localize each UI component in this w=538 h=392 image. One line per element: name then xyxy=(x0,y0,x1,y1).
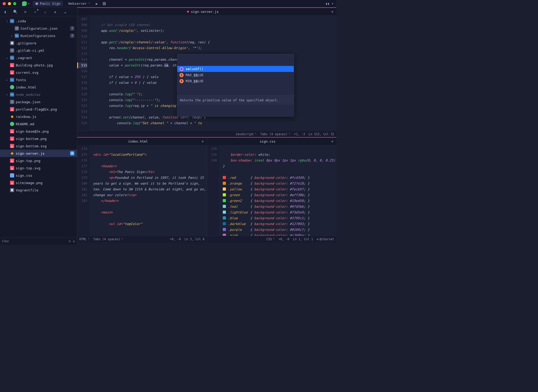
new-tab-button[interactable]: + xyxy=(199,139,207,144)
tab-index-html[interactable]: index.html xyxy=(77,139,199,143)
run-button[interactable]: ▶ xyxy=(96,2,98,6)
tree-item[interactable]: Vagrantfile xyxy=(0,186,77,194)
indent-selector[interactable]: Tabs (4 spaces) ⌃ xyxy=(93,237,123,241)
svg-rect-3 xyxy=(11,42,13,44)
tree-item[interactable]: .gitlab-ci.yml xyxy=(0,47,77,54)
cursor-pos[interactable]: Ln 3, Col 8 xyxy=(184,237,204,241)
tree-item[interactable]: RunConfigurations? xyxy=(0,32,77,39)
project-selector[interactable]: Panic Sign xyxy=(33,1,63,6)
diff-status: +0, -0 xyxy=(278,237,289,241)
img-icon xyxy=(10,159,14,163)
svg-point-17 xyxy=(11,138,12,139)
stop-button[interactable] xyxy=(103,2,106,5)
panel-icon[interactable]: ▮▮ ▾ xyxy=(325,2,334,6)
indent-selector[interactable]: Tabs (4 spaces) ⌃ xyxy=(260,132,291,136)
zoom-window[interactable] xyxy=(13,2,16,5)
tab-sign-css[interactable]: sign.css xyxy=(207,139,329,143)
filter-input[interactable] xyxy=(2,239,66,243)
lang-selector[interactable]: CSS ⌃ xyxy=(266,237,275,241)
new-tab-button[interactable]: + xyxy=(328,139,336,144)
scm-status-badge: ? xyxy=(70,34,74,38)
tree-item[interactable]: 🔶sign-server.jsM xyxy=(0,150,77,157)
scheme-selector[interactable]: Webserver ⌃ xyxy=(66,1,92,6)
tab-sign-server[interactable]: sign-server.js xyxy=(77,10,328,14)
tree-item[interactable]: sign-base@2x.png xyxy=(0,128,77,135)
search-icon[interactable]: 🔍 xyxy=(13,10,17,14)
tree-item[interactable]: siteimage.png xyxy=(0,179,77,186)
debug-icon[interactable]: ◈ xyxy=(53,10,57,14)
svg-point-9 xyxy=(11,72,12,72)
filter-settings-icon[interactable]: ⚙ xyxy=(69,239,71,243)
html-icon xyxy=(10,85,14,89)
tree-item-label: current.svg xyxy=(16,71,38,75)
svg-point-13 xyxy=(11,108,12,109)
tree-item[interactable]: Building-photo.jpg xyxy=(0,61,77,69)
cloud-icon[interactable]: ☁ xyxy=(63,10,67,14)
html-icon xyxy=(10,122,14,126)
scm-icon[interactable]: ✳ xyxy=(33,10,37,14)
tree-item[interactable]: fonts xyxy=(0,76,77,83)
img-icon xyxy=(10,181,14,185)
diff-status: +0, -0 xyxy=(170,237,181,241)
svg-point-7 xyxy=(11,64,12,65)
js-icon: 🔶 xyxy=(10,151,14,155)
files-tab-icon[interactable]: ▮ xyxy=(3,10,7,14)
svg-point-15 xyxy=(11,130,12,131)
tree-item[interactable]: node_modules xyxy=(0,91,77,98)
autocomplete-item[interactable]: mvalueOf() xyxy=(177,66,294,72)
folder-icon xyxy=(15,34,19,38)
tree-item[interactable]: Configuration.json? xyxy=(0,25,77,32)
close-window[interactable] xyxy=(3,2,6,5)
tree-item-label: .vagrant xyxy=(16,56,32,60)
tree-item-label: siteimage.png xyxy=(16,181,43,185)
img-icon xyxy=(10,137,14,141)
editor-main[interactable]: 5075085095105115125135145155165175185195… xyxy=(77,15,336,131)
tree-item[interactable]: .gitignore xyxy=(0,39,77,47)
cursor-pos[interactable]: Ln 515, Col 32 xyxy=(309,132,334,136)
kind-icon: k xyxy=(179,73,184,77)
issues-icon[interactable]: ⚠ xyxy=(43,10,47,14)
encoding[interactable]: ≡ @charset xyxy=(317,237,334,241)
img-icon xyxy=(10,166,14,170)
autocomplete-item[interactable]: kMAX_VALUE xyxy=(177,72,294,78)
lang-selector[interactable]: JavaScript ⌃ xyxy=(236,132,257,136)
kind-icon: k xyxy=(179,79,184,83)
cursor-pos[interactable]: Ln 1, Col 1 xyxy=(293,237,313,241)
file-icon xyxy=(10,188,14,192)
tree-item[interactable]: README.md xyxy=(0,120,77,128)
img-icon xyxy=(10,70,14,75)
autocomplete-doc: Returns the primitive value of the speci… xyxy=(177,96,294,105)
tree-item[interactable]: sign.css xyxy=(0,172,77,179)
tree-item[interactable]: 🔶rainbow.js xyxy=(0,113,77,120)
tree-item-label: portland-flag@2x.png xyxy=(16,107,57,111)
diff-status: +1, -3 xyxy=(294,132,305,136)
tree-item[interactable]: sign-top.png xyxy=(0,157,77,164)
autocomplete-popup[interactable]: mvalueOf()kMAX_VALUEkMIN_VALUE Returns t… xyxy=(177,54,294,117)
minimize-window[interactable] xyxy=(8,2,11,5)
tree-item-label: README.md xyxy=(16,122,34,126)
svg-rect-26 xyxy=(11,189,13,191)
tree-item[interactable]: sign-bottom.svg xyxy=(0,142,77,150)
autocomplete-item[interactable]: kMIN_VALUE xyxy=(177,78,294,84)
tree-item[interactable]: current.svg xyxy=(0,69,77,76)
img-icon xyxy=(10,144,14,148)
folder-icon xyxy=(10,92,14,97)
folder-icon xyxy=(10,56,14,60)
filter-prefs-icon[interactable]: ◈ xyxy=(73,239,75,243)
file-tree[interactable]: .codaConfiguration.json?RunConfiguration… xyxy=(0,16,77,237)
tree-item[interactable]: .coda xyxy=(0,17,77,25)
tree-item[interactable]: sign-top.svg xyxy=(0,164,77,172)
tree-item-label: index.html xyxy=(16,85,36,89)
tree-item[interactable]: package.json xyxy=(0,98,77,106)
scm-status-badge: M xyxy=(70,151,74,155)
tree-item-label: .coda xyxy=(16,19,26,23)
new-tab-button[interactable]: + xyxy=(328,9,336,14)
tree-item[interactable]: portland-flag@2x.png xyxy=(0,106,77,113)
tree-item[interactable]: index.html xyxy=(0,83,77,91)
symbols-icon[interactable]: ≡ xyxy=(23,10,27,14)
lang-selector[interactable]: HTML ⌃ xyxy=(79,237,90,241)
tree-item-label: RunConfigurations xyxy=(20,34,55,38)
tree-item[interactable]: sign-bottom.png xyxy=(0,135,77,142)
tree-item-label: .gitlab-ci.yml xyxy=(16,49,45,53)
tree-item[interactable]: .vagrant xyxy=(0,54,77,61)
